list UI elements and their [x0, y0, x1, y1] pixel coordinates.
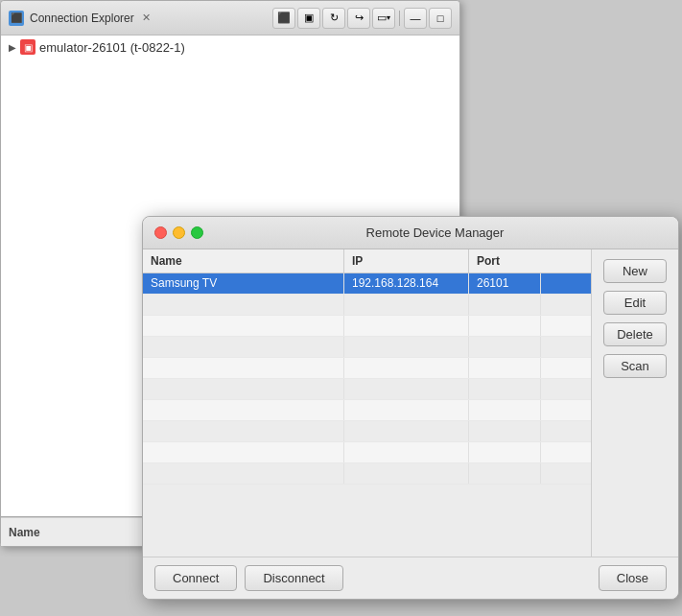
emulator-label: emulator-26101 (t-0822-1)	[39, 40, 185, 55]
table-row[interactable]	[143, 400, 591, 421]
connection-explorer-close-icon[interactable]: ✕	[142, 12, 151, 24]
tree-item-emulator[interactable]: ▶ emulator-26101 (t-0822-1)	[1, 36, 459, 59]
cell-ip-6	[344, 400, 469, 420]
cell-name-3	[143, 337, 344, 357]
cell-port-6	[469, 400, 541, 420]
table-row[interactable]	[143, 316, 591, 337]
table-row[interactable]	[143, 442, 591, 463]
cell-name-4	[143, 358, 344, 378]
cell-name-9	[143, 463, 344, 484]
cell-port-4	[469, 358, 541, 378]
cell-ip-0: 192.168.128.164	[344, 273, 469, 294]
connection-explorer-icon: ⬛	[9, 11, 24, 26]
rdm-table-area: Name IP Port Samsung TV 192.168.128.164 …	[143, 249, 592, 557]
rdm-table-header: Name IP Port	[143, 249, 591, 273]
cell-name-5	[143, 379, 344, 399]
rdm-table-body[interactable]: Samsung TV 192.168.128.164 26101	[143, 273, 591, 557]
edit-button[interactable]: Edit	[603, 291, 667, 315]
cell-name-7	[143, 421, 344, 441]
cell-name-8	[143, 442, 344, 462]
toolbar-btn-2[interactable]: ▣	[297, 8, 320, 29]
rdm-action-buttons: New Edit Delete Scan	[592, 249, 678, 557]
cell-name-2	[143, 316, 344, 336]
col-header-ip: IP	[344, 249, 469, 272]
emulator-icon	[20, 39, 35, 55]
table-row[interactable]: Samsung TV 192.168.128.164 26101	[143, 273, 591, 295]
table-row[interactable]	[143, 379, 591, 400]
cell-port-5	[469, 379, 541, 399]
cell-ip-7	[344, 421, 469, 441]
col-header-name: Name	[143, 249, 344, 272]
rdm-title: Remote Device Manager	[203, 225, 667, 240]
close-button[interactable]: Close	[599, 565, 667, 591]
toolbar: ⬛ ▣ ↻ ↪ ▭▾ — □	[272, 8, 452, 29]
rdm-footer: Connect Disconnect Close	[143, 557, 678, 599]
cell-port-8	[469, 442, 541, 462]
cell-ip-5	[344, 379, 469, 399]
table-row[interactable]	[143, 337, 591, 358]
tree-arrow-icon: ▶	[9, 42, 16, 53]
cell-ip-9	[344, 463, 469, 484]
table-row[interactable]	[143, 358, 591, 379]
rdm-titlebar: Remote Device Manager	[143, 217, 678, 249]
cell-port-3	[469, 337, 541, 357]
toolbar-btn-5[interactable]: ▭▾	[372, 8, 395, 29]
toolbar-btn-3[interactable]: ↻	[322, 8, 345, 29]
toolbar-separator	[399, 11, 400, 26]
cell-ip-3	[344, 337, 469, 357]
connect-button[interactable]: Connect	[154, 565, 237, 591]
cell-ip-4	[344, 358, 469, 378]
cell-port-1	[469, 295, 541, 315]
cell-port-0: 26101	[469, 273, 541, 294]
connection-explorer-title: Connection Explorer	[30, 12, 134, 25]
footer-name-label: Name	[9, 526, 40, 539]
toolbar-btn-1[interactable]: ⬛	[272, 8, 295, 29]
toolbar-btn-4[interactable]: ↪	[347, 8, 370, 29]
new-button[interactable]: New	[603, 259, 667, 283]
close-traffic-light[interactable]	[154, 226, 167, 239]
cell-port-9	[469, 463, 541, 484]
cell-port-7	[469, 421, 541, 441]
cell-ip-8	[344, 442, 469, 462]
toolbar-btn-maximize[interactable]: □	[429, 8, 452, 29]
table-row[interactable]	[143, 295, 591, 316]
cell-name-1	[143, 295, 344, 315]
connection-explorer-titlebar: ⬛ Connection Explorer ✕ ⬛ ▣ ↻ ↪ ▭▾ — □	[1, 1, 459, 36]
rdm-dialog: Remote Device Manager Name IP Port Samsu…	[142, 216, 679, 600]
disconnect-button[interactable]: Disconnect	[245, 565, 342, 591]
cell-ip-1	[344, 295, 469, 315]
cell-name-0: Samsung TV	[143, 273, 344, 294]
table-row[interactable]	[143, 463, 591, 485]
col-header-port: Port	[469, 249, 541, 272]
toolbar-btn-minimize[interactable]: —	[404, 8, 427, 29]
rdm-body: Name IP Port Samsung TV 192.168.128.164 …	[143, 249, 678, 557]
cell-port-2	[469, 316, 541, 336]
minimize-traffic-light[interactable]	[173, 226, 185, 239]
table-row[interactable]	[143, 421, 591, 442]
traffic-lights	[154, 226, 203, 239]
scan-button[interactable]: Scan	[603, 354, 667, 378]
maximize-traffic-light[interactable]	[191, 226, 203, 239]
cell-ip-2	[344, 316, 469, 336]
delete-button[interactable]: Delete	[603, 322, 667, 346]
cell-name-6	[143, 400, 344, 420]
